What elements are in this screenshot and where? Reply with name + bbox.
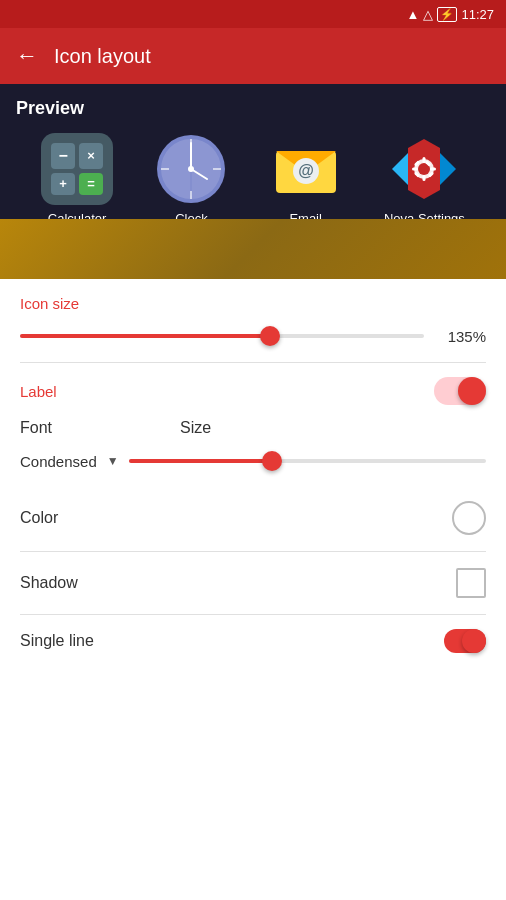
back-button[interactable]: ← bbox=[16, 43, 38, 69]
preview-section: Preview − × + = Calculator bbox=[0, 84, 506, 279]
condensed-slider-track bbox=[129, 459, 486, 463]
condensed-slider[interactable] bbox=[129, 451, 486, 471]
color-row: Color bbox=[0, 485, 506, 551]
app-bar-title: Icon layout bbox=[54, 45, 151, 68]
clock-icon bbox=[155, 133, 227, 205]
svg-marker-15 bbox=[438, 151, 456, 187]
svg-rect-21 bbox=[412, 168, 418, 171]
shadow-square[interactable] bbox=[456, 568, 486, 598]
single-line-toggle-thumb bbox=[462, 629, 486, 653]
email-icon: @ bbox=[270, 133, 342, 205]
icon-size-slider[interactable] bbox=[20, 326, 424, 346]
icon-size-value: 135% bbox=[438, 328, 486, 345]
nova-icon bbox=[388, 133, 460, 205]
status-time: 11:27 bbox=[461, 7, 494, 22]
slider-thumb[interactable] bbox=[260, 326, 280, 346]
signal-icon: △ bbox=[423, 7, 433, 22]
preview-icons-row: − × + = Calculator bbox=[16, 133, 490, 226]
svg-text:@: @ bbox=[298, 162, 314, 179]
svg-rect-19 bbox=[423, 157, 426, 163]
calculator-icon: − × + = bbox=[41, 133, 113, 205]
app-icon-nova: Nova Settings bbox=[384, 133, 465, 226]
shadow-label: Shadow bbox=[20, 574, 78, 592]
status-bar: ▲ △ ⚡ 11:27 bbox=[0, 0, 506, 28]
svg-rect-20 bbox=[423, 175, 426, 181]
app-icon-calculator: − × + = Calculator bbox=[41, 133, 113, 226]
color-circle[interactable] bbox=[452, 501, 486, 535]
shadow-row: Shadow bbox=[0, 552, 506, 614]
label-section: Label Font Size Condensed ▼ bbox=[0, 363, 506, 485]
app-icon-email: @ Email bbox=[270, 133, 342, 226]
color-label: Color bbox=[20, 509, 58, 527]
label-toggle[interactable] bbox=[434, 377, 486, 405]
label-title: Label bbox=[20, 383, 57, 400]
calc-equals: = bbox=[79, 173, 103, 196]
svg-rect-22 bbox=[430, 168, 436, 171]
condensed-text: Condensed bbox=[20, 453, 97, 470]
preview-background bbox=[0, 219, 506, 279]
slider-track bbox=[20, 334, 424, 338]
svg-marker-14 bbox=[392, 151, 410, 187]
label-header: Label bbox=[20, 377, 486, 405]
toggle-thumb bbox=[458, 377, 486, 405]
single-line-label: Single line bbox=[20, 632, 94, 650]
calc-multiply: × bbox=[79, 143, 103, 169]
svg-point-9 bbox=[188, 166, 194, 172]
battery-icon: ⚡ bbox=[437, 7, 457, 22]
slider-fill bbox=[20, 334, 270, 338]
icon-size-slider-row: 135% bbox=[20, 326, 486, 346]
app-icon-clock: Clock bbox=[155, 133, 227, 226]
single-line-toggle[interactable] bbox=[444, 629, 486, 653]
app-bar: ← Icon layout bbox=[0, 28, 506, 84]
condensed-slider-thumb[interactable] bbox=[262, 451, 282, 471]
font-label: Font bbox=[20, 419, 180, 437]
condensed-row: Condensed ▼ bbox=[20, 451, 486, 471]
condensed-dropdown-arrow[interactable]: ▼ bbox=[107, 454, 119, 468]
settings-content: Icon size 135% Label Font Size Con bbox=[0, 279, 506, 667]
icon-size-section: Icon size 135% bbox=[0, 279, 506, 362]
wifi-icon: ▲ bbox=[407, 7, 420, 22]
icon-size-title: Icon size bbox=[20, 295, 486, 312]
size-label: Size bbox=[180, 419, 211, 437]
single-line-row: Single line bbox=[0, 615, 506, 667]
calc-plus: + bbox=[51, 173, 75, 196]
preview-label: Preview bbox=[16, 98, 490, 119]
status-icons: ▲ △ ⚡ 11:27 bbox=[407, 7, 494, 22]
font-size-row: Font Size bbox=[20, 419, 486, 437]
calc-minus: − bbox=[51, 143, 75, 169]
condensed-slider-fill bbox=[129, 459, 272, 463]
